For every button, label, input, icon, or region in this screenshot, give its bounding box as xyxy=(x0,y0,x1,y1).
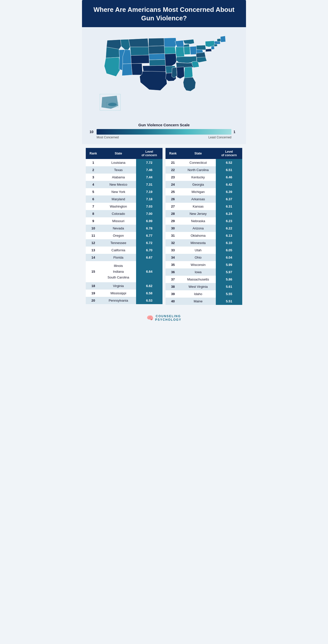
right-rank-cell: 22 xyxy=(166,166,180,174)
left-concern-cell: 7.44 xyxy=(136,174,162,181)
page-container: Where Are Americans Most Concerned About… xyxy=(82,0,246,327)
right-table-row: 21Connecticut6.52 xyxy=(166,159,242,166)
svg-marker-10 xyxy=(122,63,132,75)
right-table-row: 39Idaho5.55 xyxy=(166,290,242,298)
right-rank-cell: 33 xyxy=(166,247,180,254)
right-header-concern: Levelof concern xyxy=(216,148,242,159)
left-concern-cell: 7.03 xyxy=(136,203,162,210)
svg-marker-46 xyxy=(220,36,226,42)
svg-marker-15 xyxy=(149,59,165,66)
left-header-state: State xyxy=(101,148,136,159)
right-concern-cell: 6.24 xyxy=(216,210,242,217)
right-table-container: Rank State Levelof concern 21Connecticut… xyxy=(166,148,242,305)
left-concern-cell: 6.53 xyxy=(136,297,162,304)
svg-marker-7 xyxy=(130,47,149,55)
tables-section: Rank State Levelof concern 1Louisiana7.7… xyxy=(82,144,246,310)
footer-logo-text: COUNSELING xyxy=(155,314,182,318)
left-concern-cell: 7.72 xyxy=(136,159,162,166)
left-state-cell: Maryland xyxy=(101,195,136,203)
left-table: Rank State Levelof concern 1Louisiana7.7… xyxy=(86,148,162,304)
right-concern-cell: 6.04 xyxy=(216,254,242,261)
svg-marker-19 xyxy=(164,47,176,54)
svg-marker-41 xyxy=(206,49,212,52)
scale-title: Gun Violence Concern Scale xyxy=(90,123,238,127)
left-concern-cell: 7.00 xyxy=(136,210,162,217)
right-table-row: 35Wisconsin5.99 xyxy=(166,261,242,268)
left-concern-cell: 6.72 xyxy=(136,239,162,247)
left-rank-cell: 18 xyxy=(86,282,101,290)
svg-marker-27 xyxy=(184,47,190,55)
left-table-row: 4New Mexico7.31 xyxy=(86,181,162,188)
right-rank-cell: 32 xyxy=(166,239,180,247)
right-concern-cell: 5.55 xyxy=(216,290,242,298)
left-rank-cell: 8 xyxy=(86,210,101,217)
footer: 🧠 COUNSELING PSYCHOLOGY xyxy=(82,310,246,327)
left-state-cell: Virginia xyxy=(101,282,136,290)
left-header-rank: Rank xyxy=(86,148,101,159)
right-state-cell: Nebraska xyxy=(180,217,216,225)
us-map xyxy=(86,32,242,118)
right-table-row: 36Iowa5.97 xyxy=(166,268,242,276)
left-rank-cell: 1 xyxy=(86,159,101,166)
left-table-row: 1Louisiana7.72 xyxy=(86,159,162,166)
right-table-row: 38West Virginia5.61 xyxy=(166,283,242,290)
left-rank-cell: 13 xyxy=(86,247,101,254)
left-table-container: Rank State Levelof concern 1Louisiana7.7… xyxy=(86,148,162,305)
left-table-row: 7Washington7.03 xyxy=(86,203,162,210)
right-table-row: 34Ohio6.04 xyxy=(166,254,242,261)
right-state-cell: Wisconsin xyxy=(180,261,216,268)
left-table-row: 19Mississippi6.58 xyxy=(86,290,162,297)
svg-marker-24 xyxy=(176,47,184,57)
left-rank-cell: 7 xyxy=(86,203,101,210)
right-state-cell: New Jersey xyxy=(180,210,216,217)
right-concern-cell: 6.10 xyxy=(216,239,242,247)
right-rank-cell: 40 xyxy=(166,298,180,305)
right-table-row: 22North Carolina6.51 xyxy=(166,166,242,174)
right-state-cell: Connecticut xyxy=(180,159,216,166)
footer-logo: 🧠 COUNSELING PSYCHOLOGY xyxy=(82,314,246,321)
right-concern-cell: 6.51 xyxy=(216,166,242,174)
right-concern-cell: 6.05 xyxy=(216,247,242,254)
left-table-row: 3Alabama7.44 xyxy=(86,174,162,181)
svg-marker-13 xyxy=(148,46,165,54)
right-state-cell: Ohio xyxy=(180,254,216,261)
left-concern-cell: 6.78 xyxy=(136,225,162,232)
right-state-cell: Utah xyxy=(180,247,216,254)
scale-bar-container: 10 1 xyxy=(90,129,238,135)
left-concern-cell: 7.31 xyxy=(136,181,162,188)
left-table-row: 11Oregon6.77 xyxy=(86,232,162,239)
right-concern-cell: 6.37 xyxy=(216,195,242,203)
left-state-cell: Pennsylvania xyxy=(101,297,136,304)
left-table-header-row: Rank State Levelof concern xyxy=(86,148,162,159)
scale-left-num: 10 xyxy=(90,130,95,134)
left-rank-cell: 4 xyxy=(86,181,101,188)
left-concern-cell: 6.77 xyxy=(136,232,162,239)
right-table-row: 31Oklahoma6.13 xyxy=(166,232,242,239)
left-rank-cell: 5 xyxy=(86,188,101,195)
right-table-row: 29Nebraska6.23 xyxy=(166,217,242,225)
right-table-row: 33Utah6.05 xyxy=(166,247,242,254)
right-rank-cell: 21 xyxy=(166,159,180,166)
right-rank-cell: 29 xyxy=(166,217,180,225)
right-concern-cell: 5.97 xyxy=(216,268,242,276)
left-state-cell: Louisiana xyxy=(101,159,136,166)
left-rank-cell: 6 xyxy=(86,195,101,203)
right-state-cell: Georgia xyxy=(180,181,216,188)
left-concern-cell: 6.70 xyxy=(136,247,162,254)
right-state-cell: Michigan xyxy=(180,188,216,195)
left-table-row: 6Maryland7.18 xyxy=(86,195,162,203)
left-state-cell: New York xyxy=(101,188,136,195)
left-state-cell: New Mexico xyxy=(101,181,136,188)
right-rank-cell: 28 xyxy=(166,210,180,217)
svg-marker-11 xyxy=(131,63,143,75)
right-state-cell: Idaho xyxy=(180,290,216,298)
right-state-cell: Kentucky xyxy=(180,174,216,181)
right-rank-cell: 30 xyxy=(166,225,180,232)
svg-marker-12 xyxy=(148,38,164,46)
right-table-row: 28New Jersey6.24 xyxy=(166,210,242,217)
right-state-cell: Massachusetts xyxy=(180,276,216,283)
scale-section: Gun Violence Concern Scale 10 1 Most Con… xyxy=(82,120,246,144)
left-concern-cell: 6.67 xyxy=(136,254,162,261)
left-table-row: 18Virginia6.62 xyxy=(86,282,162,290)
left-state-cell: Alabama xyxy=(101,174,136,181)
